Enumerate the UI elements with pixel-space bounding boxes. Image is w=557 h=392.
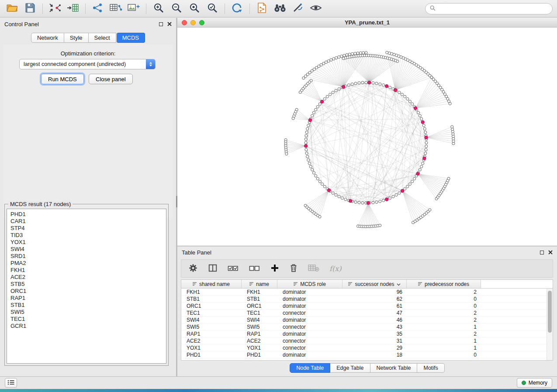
window-close-icon[interactable] xyxy=(182,20,187,25)
list-item[interactable]: RAP1 xyxy=(7,295,166,302)
table-row[interactable]: ACE2 ACE2 connector 31 1 xyxy=(181,337,553,344)
tab-style[interactable]: Style xyxy=(64,33,89,43)
list-item[interactable]: TID3 xyxy=(7,232,166,239)
zoom-out-button[interactable] xyxy=(169,2,184,16)
mcds-result-list[interactable]: PHD1CAR1STP4TID3YOX1SWI4SRD1PMA2FKH1ACE2… xyxy=(7,209,166,364)
list-item[interactable]: GCR1 xyxy=(7,323,166,330)
save-session-button[interactable] xyxy=(22,2,38,16)
export-image-button[interactable] xyxy=(126,2,142,16)
cell-name: SWI5 xyxy=(242,324,277,330)
close-panel-icon[interactable] xyxy=(167,21,172,28)
search-box[interactable] xyxy=(425,3,553,14)
list-item[interactable]: CAR1 xyxy=(7,218,166,225)
import-network-button[interactable] xyxy=(47,2,63,16)
table-row[interactable]: SWI5 SWI5 connector 43 1 xyxy=(181,323,553,330)
list-item[interactable]: YOX1 xyxy=(7,239,166,246)
scrollbar-thumb[interactable] xyxy=(548,291,552,333)
table-row[interactable]: SWI4 SWI4 dominator 46 2 xyxy=(181,316,553,323)
tab-network[interactable]: Network xyxy=(31,33,64,43)
list-item[interactable]: ACE2 xyxy=(7,274,166,281)
window-minimize-icon[interactable] xyxy=(190,20,196,25)
columns-icon xyxy=(208,263,218,274)
network-window-titlebar[interactable]: YPA_prune.txt_1 xyxy=(177,18,557,28)
window-maximize-icon[interactable] xyxy=(199,20,204,25)
cell-shared-name: YOX1 xyxy=(181,345,242,351)
cell-shared-name: SWI5 xyxy=(181,324,242,330)
list-item[interactable]: STB5 xyxy=(7,281,166,288)
list-item[interactable]: STP4 xyxy=(7,225,166,232)
search-input[interactable] xyxy=(438,6,548,12)
memory-button[interactable]: Memory xyxy=(517,378,552,388)
plus-icon xyxy=(270,264,279,274)
column-header-mcds-role[interactable]: MCDS role xyxy=(277,280,343,289)
cell-mcds-role: connector xyxy=(277,345,343,351)
zoom-in-button[interactable] xyxy=(151,2,166,16)
list-item[interactable]: SRD1 xyxy=(7,253,166,260)
tab-edge-table[interactable]: Edge Table xyxy=(330,363,370,373)
tab-node-table[interactable]: Node Table xyxy=(290,363,330,373)
table-row[interactable]: STB1 STB1 dominator 62 0 xyxy=(181,296,553,303)
criterion-dropdown[interactable]: largest connected component (undirected) xyxy=(19,59,156,69)
tab-network-table[interactable]: Network Table xyxy=(370,363,418,373)
column-header-name[interactable]: name xyxy=(242,280,277,289)
column-header-predecessor-nodes[interactable]: predecessor nodes xyxy=(407,280,481,289)
cell-successor-nodes: 18 xyxy=(343,352,407,358)
close-panel-icon[interactable] xyxy=(548,249,553,256)
cell-predecessor-nodes: 2 xyxy=(407,310,481,316)
column-header-filler xyxy=(481,280,553,289)
show-hide-button[interactable] xyxy=(308,2,324,16)
float-window-icon[interactable] xyxy=(159,22,163,26)
table-row[interactable]: ORC1 ORC1 dominator 61 0 xyxy=(181,303,553,309)
checked-boxes-icon xyxy=(228,263,239,274)
list-item[interactable]: PMA2 xyxy=(7,260,166,267)
cell-shared-name: RAP1 xyxy=(181,331,242,337)
eye-icon xyxy=(310,3,322,14)
export-network-button[interactable] xyxy=(90,2,106,16)
table-row[interactable]: FKH1 FKH1 dominator 96 2 xyxy=(181,289,553,296)
table-settings-button[interactable] xyxy=(188,263,198,274)
list-item[interactable]: PHD1 xyxy=(7,211,166,218)
close-panel-button[interactable]: Close panel xyxy=(89,74,133,84)
table-row[interactable]: PHD1 PHD1 dominator 18 0 xyxy=(181,351,553,358)
network-canvas[interactable] xyxy=(177,28,557,246)
table-panel-title: Table Panel xyxy=(182,249,211,256)
show-columns-button[interactable] xyxy=(208,263,218,274)
zoom-fit-button[interactable] xyxy=(187,2,202,16)
import-table-button[interactable] xyxy=(65,2,81,16)
add-column-button[interactable] xyxy=(270,264,279,274)
open-file-button[interactable] xyxy=(4,2,20,16)
float-window-icon[interactable] xyxy=(540,251,544,254)
table-row[interactable]: YOX1 YOX1 connector 29 1 xyxy=(181,344,553,351)
cell-shared-name: SWI4 xyxy=(181,317,242,323)
refresh-button[interactable] xyxy=(229,2,245,16)
table-row[interactable]: RAP1 RAP1 dominator 35 2 xyxy=(181,330,553,337)
tab-mcds[interactable]: MCDS xyxy=(117,33,145,43)
export-table-button[interactable] xyxy=(108,2,124,16)
zoom-selected-button[interactable] xyxy=(204,2,220,16)
find-button[interactable] xyxy=(272,2,288,16)
select-all-button[interactable] xyxy=(228,263,239,274)
list-item[interactable]: FKH1 xyxy=(7,267,166,274)
column-header-successor-nodes[interactable]: successor nodes xyxy=(343,280,407,289)
list-item[interactable]: SWI4 xyxy=(7,246,166,253)
list-item[interactable]: STB1 xyxy=(7,302,166,309)
column-header-shared-name[interactable]: shared name xyxy=(181,280,242,289)
tab-motifs[interactable]: Motifs xyxy=(417,363,444,373)
share-document-button[interactable] xyxy=(254,2,270,16)
list-item[interactable]: ORC1 xyxy=(7,288,166,295)
tab-select[interactable]: Select xyxy=(89,33,116,43)
function-builder-button[interactable]: f(x) xyxy=(329,265,341,273)
style-brush-button[interactable] xyxy=(290,2,306,16)
delete-column-button[interactable] xyxy=(289,263,298,274)
list-item[interactable]: TEC1 xyxy=(7,316,166,323)
deselect-all-button[interactable] xyxy=(249,263,260,274)
dropdown-stepper-icon[interactable] xyxy=(146,59,155,69)
trash-icon xyxy=(289,263,298,274)
task-history-button[interactable] xyxy=(5,378,17,388)
cell-predecessor-nodes: 0 xyxy=(407,352,481,358)
vertical-scrollbar[interactable] xyxy=(547,289,553,360)
clear-table-button[interactable] xyxy=(308,264,319,274)
run-mcds-button[interactable]: Run MCDS xyxy=(41,74,84,84)
table-row[interactable]: TEC1 TEC1 connector 47 2 xyxy=(181,309,553,316)
list-item[interactable]: SWI5 xyxy=(7,309,166,316)
